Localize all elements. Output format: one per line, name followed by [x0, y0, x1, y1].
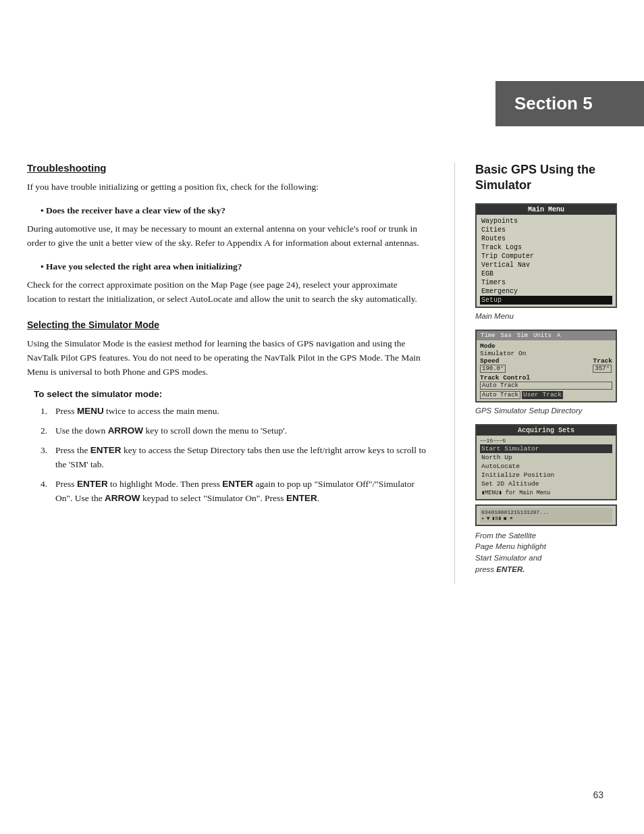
menu-item-waypoints: Waypoints	[480, 217, 612, 226]
tab-time: Time	[479, 332, 497, 339]
sat-row: ~~15~~~5	[480, 438, 612, 444]
caption-line4: press ENTER.	[475, 565, 525, 573]
tab-sim: Sim	[516, 332, 529, 339]
main-menu-title: Main Menu	[477, 205, 616, 215]
content-area: Troubleshooting If you have trouble init…	[0, 162, 644, 584]
sat-indicator: ~~15~~~5	[480, 438, 506, 444]
menu-item-egb: EGB	[480, 269, 612, 278]
acq-initialize: Initialize Position	[480, 471, 612, 479]
step-2-text: Use the down ARROW key to scroll down th…	[55, 424, 427, 438]
bullet1-body: During automotive use, it may be necessa…	[27, 222, 427, 251]
acq-set-altitude: Set 2D Altitude	[480, 479, 612, 488]
acquiring-screen: Acquiring Sets ~~15~~~5 Start Simulator …	[475, 424, 617, 500]
sim-track-label: Track	[593, 357, 612, 365]
bullet2-heading: Have you selected the right area when in…	[41, 260, 427, 274]
troubleshooting-intro: If you have trouble initializing or gett…	[27, 180, 427, 194]
menu-item-verticalnav: Vertical Nav	[480, 261, 612, 269]
sim-auto-track-1: Auto Track	[480, 382, 612, 390]
sim-speed-value: 190.0°	[480, 365, 506, 373]
tab-sas: Sas	[500, 332, 513, 339]
troubleshooting-heading: Troubleshooting	[27, 162, 427, 174]
gps-simulator-screen: Time Sas Sim Units A Mode Simulator On S…	[475, 330, 617, 402]
simulator-intro: Using the Simulator Mode is the easiest …	[27, 337, 427, 380]
sim-user-track: User Track	[522, 391, 563, 399]
tab-a: A	[556, 332, 562, 339]
sim-speed-track-row: Speed 190.0° Track 357°	[480, 357, 612, 373]
right-column: Basic GPS Using the Simulator Main Menu …	[455, 162, 617, 584]
caption-line1: From the Satellite	[475, 531, 536, 540]
acq-north-up: North Up	[480, 453, 612, 462]
page-container: Section 5 Troubleshooting If you have tr…	[0, 0, 644, 834]
sat-icon-4: ■	[504, 515, 507, 521]
step-3: 3. Press the ENTER key to access the Set…	[41, 444, 427, 472]
acq-autolocate: AutoLocate	[480, 462, 612, 471]
main-menu-caption: Main Menu	[475, 312, 617, 320]
menu-item-tracklogs: Track Logs	[480, 243, 612, 252]
acq-start-simulator: Start Simulator	[480, 444, 612, 453]
acquiring-body: ~~15~~~5 Start Simulator North Up AutoLo…	[477, 436, 616, 499]
step-1: 1. Press MENU twice to access the main m…	[41, 405, 427, 419]
menu-item-timers: Timers	[480, 278, 612, 287]
sat-icon-5: ⚭	[509, 515, 514, 521]
page-number: 63	[593, 789, 603, 800]
step-2-num: 2.	[41, 424, 55, 438]
bullet1-heading: Does the receiver have a clear view of t…	[41, 204, 427, 218]
sim-track-options: Auto Track User Track	[480, 391, 612, 399]
section-label: Section 5	[514, 93, 593, 113]
simulator-section: Selecting the Simulator Mode Using the S…	[27, 319, 427, 505]
menu-item-cities: Cities	[480, 226, 612, 234]
gps-simulator-caption: GPS Simulator Setup Directory	[475, 407, 617, 415]
left-column: Troubleshooting If you have trouble init…	[27, 162, 455, 584]
main-menu-screen: Main Menu Waypoints Cities Routes Track …	[475, 203, 617, 308]
sat-body: 034010001215131287... ▪ ▼ ▮8▮ ■ ⚭	[477, 506, 616, 525]
acquiring-title: Acquiring Sets	[477, 425, 616, 436]
tab-units: Units	[532, 332, 553, 339]
section-banner: Section 5	[495, 81, 644, 126]
bullet2-body: Check for the correct approximate positi…	[27, 278, 427, 307]
to-select-heading: To select the simulator mode:	[34, 389, 427, 399]
sim-auto-track-2: Auto Track	[480, 391, 520, 399]
caption-bold-enter: ENTER.	[496, 565, 525, 573]
step-4-num: 4.	[41, 477, 55, 492]
sim-mode-label: Mode	[480, 342, 612, 350]
sim-speed-label: Speed	[480, 357, 500, 365]
sat-icons: ▪ ▼ ▮8▮ ■ ⚭	[481, 515, 611, 521]
step-1-num: 1.	[41, 405, 55, 419]
step-4-text: Press ENTER to highlight Mode. Then pres…	[55, 477, 427, 506]
sim-track-control-label: Track Control	[480, 374, 612, 382]
menu-item-emergency: Emergency	[480, 287, 612, 296]
step-1-text: Press MENU twice to access the main menu…	[55, 405, 427, 419]
caption-line3: Start Simulator and	[475, 554, 541, 562]
acq-menu-main: ▮MENU▮ for Main Menu	[480, 488, 612, 497]
sim-tab-bar: Time Sas Sim Units A	[477, 331, 616, 340]
step-4: 4. Press ENTER to highlight Mode. Then p…	[41, 477, 427, 506]
step-2: 2. Use the down ARROW key to scroll down…	[41, 424, 427, 438]
sim-track: Track 357°	[593, 357, 612, 373]
sim-body: Mode Simulator On Speed 190.0° Track 357…	[477, 340, 616, 401]
satellite-caption: From the Satellite Page Menu highlight S…	[475, 530, 617, 575]
troubleshooting-section: Troubleshooting If you have trouble init…	[27, 162, 427, 306]
simulator-heading: Selecting the Simulator Mode	[27, 319, 427, 330]
main-menu-body: Waypoints Cities Routes Track Logs Trip …	[477, 215, 616, 307]
satellite-screen: 034010001215131287... ▪ ▼ ▮8▮ ■ ⚭	[475, 504, 617, 526]
step-3-num: 3.	[41, 444, 55, 458]
sat-icon-1: ▪	[481, 515, 485, 521]
sat-icon-2: ▼	[487, 515, 490, 521]
sat-display: 034010001215131287... ▪ ▼ ▮8▮ ■ ⚭	[480, 508, 612, 523]
menu-item-tripcomputer: Trip Computer	[480, 252, 612, 261]
caption-line2: Page Menu highlight	[475, 542, 546, 550]
step-3-text: Press the ENTER key to access the Setup …	[55, 444, 427, 472]
sat-icon-3: ▮8▮	[492, 515, 502, 521]
menu-item-setup: Setup	[480, 296, 612, 305]
right-title: Basic GPS Using the Simulator	[475, 162, 617, 194]
sim-track-value: 357°	[593, 365, 612, 373]
sim-speed: Speed 190.0°	[480, 357, 506, 373]
menu-item-routes: Routes	[480, 234, 612, 243]
sim-mode-value: Simulator On	[480, 350, 612, 357]
steps-list: 1. Press MENU twice to access the main m…	[41, 405, 427, 506]
